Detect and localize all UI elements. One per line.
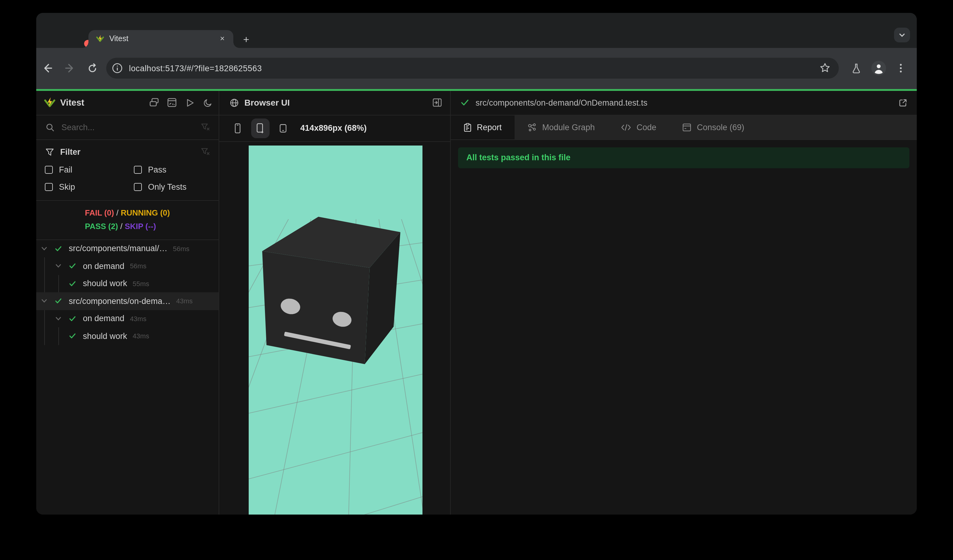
checkbox-label: Pass (148, 165, 166, 174)
site-info-icon[interactable] (112, 63, 123, 74)
search-bar (36, 115, 219, 140)
chevron-down-icon[interactable] (40, 298, 48, 305)
device-phone-add-icon[interactable] (251, 118, 270, 138)
test-duration: 56ms (130, 262, 146, 270)
address-bar[interactable]: localhost:5173/#/?file=1828625563 (106, 58, 839, 79)
test-suite-name: on demand (83, 314, 124, 323)
search-input[interactable] (60, 122, 185, 132)
console-icon (682, 123, 691, 132)
forward-button[interactable] (62, 60, 78, 76)
back-button[interactable] (39, 60, 55, 76)
vitest-favicon-icon (96, 35, 104, 43)
new-tab-button[interactable]: + (239, 33, 253, 47)
bookmark-star-icon[interactable] (819, 62, 832, 74)
test-file-row-selected[interactable]: src/components/on-dema… 43ms (36, 292, 219, 310)
tab-title: Vitest (109, 35, 217, 43)
url-text[interactable]: localhost:5173/#/?file=1828625563 (129, 64, 819, 73)
tab-code[interactable]: Code (608, 115, 669, 139)
checkbox-box[interactable] (134, 166, 142, 174)
checkbox-pass[interactable]: Pass (134, 165, 210, 174)
code-icon (621, 123, 631, 131)
clear-search-filter-icon[interactable] (200, 122, 210, 132)
filter-title: Filter (60, 147, 81, 157)
vitest-app: Vitest (36, 91, 917, 515)
checkbox-box[interactable] (134, 183, 142, 191)
threejs-scene (249, 146, 422, 515)
tab-search-button[interactable] (894, 28, 910, 42)
tab-curve (233, 42, 239, 48)
test-case-row[interactable]: should work 43ms (36, 327, 219, 345)
experiments-flask-icon[interactable] (848, 60, 864, 76)
close-tab-icon[interactable]: × (217, 34, 227, 44)
collapse-panels-icon[interactable] (149, 98, 159, 107)
device-tablet-icon[interactable] (274, 118, 292, 138)
reload-button[interactable] (84, 60, 100, 76)
test-duration: 43ms (133, 332, 149, 340)
separator: / (120, 221, 123, 231)
filter-header: Filter (45, 147, 210, 157)
pass-count: PASS (2) (85, 221, 118, 231)
tab-console[interactable]: Console (69) (669, 115, 757, 139)
funnel-icon (45, 147, 55, 157)
checkbox-box[interactable] (45, 183, 53, 191)
test-file-row[interactable]: src/components/manual/… 56ms (36, 240, 219, 257)
pass-check-icon (459, 98, 469, 107)
browser-tab-vitest[interactable]: Vitest × (88, 30, 233, 48)
summary-line-2: PASS (2) / SKIP (--) (85, 220, 170, 233)
chevron-down-icon[interactable] (55, 262, 62, 270)
tab-curve (82, 42, 88, 48)
chevron-down-icon[interactable] (55, 315, 62, 323)
indent-guide (44, 310, 45, 345)
run-all-tests-icon[interactable] (185, 98, 195, 107)
module-graph-icon (528, 123, 537, 132)
dashboard-icon[interactable] (167, 98, 177, 107)
test-duration: 56ms (173, 245, 189, 252)
sidebar-header: Vitest (36, 91, 219, 115)
running-count: RUNNING (0) (121, 208, 170, 217)
open-panel-right-icon[interactable] (432, 98, 442, 107)
test-duration: 43ms (176, 298, 193, 305)
search-icon (45, 122, 55, 132)
viewport-size-label: 414x896px (68%) (300, 124, 366, 133)
screenshot-stage: Vitest × + localhost:5173/ (0, 0, 953, 560)
tab-label: Module Graph (542, 123, 595, 132)
tab-module-graph[interactable]: Module Graph (515, 115, 608, 139)
fail-count: FAIL (0) (85, 208, 114, 217)
open-external-icon[interactable] (898, 98, 908, 107)
device-phone-small-icon[interactable] (228, 118, 247, 138)
checkbox-fail[interactable]: Fail (45, 165, 134, 174)
filter-options: Fail Pass Skip Only Tests (45, 165, 210, 191)
tab-label: Code (636, 123, 657, 132)
test-tree: src/components/manual/… 56ms on demand 5… (36, 240, 219, 345)
browser-menu-icon[interactable] (893, 60, 909, 76)
test-suite-row[interactable]: on demand 43ms (36, 310, 219, 327)
report-header: src/components/on-demand/OnDemand.test.t… (450, 91, 917, 115)
test-case-row[interactable]: should work 55ms (36, 275, 219, 292)
pass-check-icon (69, 262, 76, 270)
test-case-name: should work (83, 332, 127, 341)
robot-cube (262, 217, 400, 364)
pass-check-icon (69, 315, 76, 323)
test-suite-name: on demand (83, 262, 124, 271)
checkbox-only-tests[interactable]: Only Tests (134, 182, 210, 191)
app-title: Vitest (60, 98, 84, 107)
checkbox-box[interactable] (45, 166, 53, 174)
separator: / (116, 208, 118, 217)
chevron-down-icon[interactable] (40, 245, 48, 252)
indent-guide (58, 327, 59, 345)
test-file-name: src/components/manual/… (69, 244, 167, 253)
indent-guide (58, 275, 59, 292)
test-suite-row[interactable]: on demand 56ms (36, 257, 219, 275)
browser-toolbar: localhost:5173/#/?file=1828625563 (36, 48, 917, 89)
checkbox-label: Skip (59, 182, 75, 191)
checkbox-skip[interactable]: Skip (45, 182, 134, 191)
clear-filters-icon[interactable] (200, 147, 210, 157)
browser-preview-viewport[interactable] (249, 146, 422, 515)
tab-report[interactable]: Report (450, 115, 515, 139)
test-file-name: src/components/on-dema… (69, 296, 171, 306)
browser-ui-header: Browser UI (219, 91, 450, 115)
test-duration: 43ms (130, 315, 146, 323)
profile-avatar[interactable] (871, 60, 887, 76)
report-tabs: Report Module Graph Code (450, 115, 917, 140)
dark-mode-moon-icon[interactable] (203, 98, 213, 107)
